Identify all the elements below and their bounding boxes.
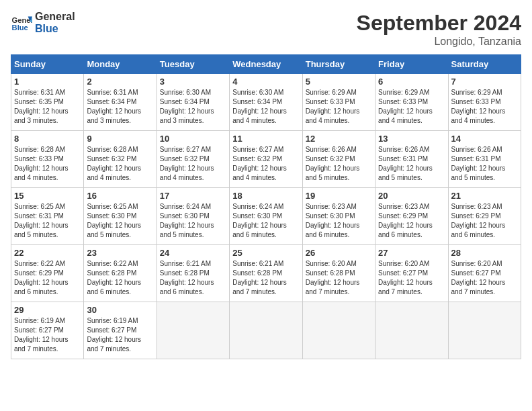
day-number: 20 bbox=[378, 191, 445, 201]
calendar-cell: 20Sunrise: 6:23 AMSunset: 6:29 PMDayligh… bbox=[375, 188, 448, 245]
calendar-cell bbox=[302, 302, 375, 359]
calendar-cell: 8Sunrise: 6:28 AMSunset: 6:33 PMDaylight… bbox=[11, 131, 84, 188]
calendar-cell: 15Sunrise: 6:25 AMSunset: 6:31 PMDayligh… bbox=[11, 188, 84, 245]
day-info: Sunrise: 6:30 AMSunset: 6:34 PMDaylight:… bbox=[160, 88, 226, 126]
header-tuesday: Tuesday bbox=[157, 55, 229, 74]
day-number: 12 bbox=[306, 134, 372, 144]
header-thursday: Thursday bbox=[302, 55, 375, 74]
day-info: Sunrise: 6:26 AMSunset: 6:31 PMDaylight:… bbox=[378, 145, 445, 183]
day-info: Sunrise: 6:29 AMSunset: 6:33 PMDaylight:… bbox=[306, 88, 372, 126]
calendar-cell: 14Sunrise: 6:26 AMSunset: 6:31 PMDayligh… bbox=[448, 131, 521, 188]
calendar-cell: 5Sunrise: 6:29 AMSunset: 6:33 PMDaylight… bbox=[302, 74, 375, 131]
day-number: 9 bbox=[87, 134, 153, 144]
calendar-cell: 1Sunrise: 6:31 AMSunset: 6:35 PMDaylight… bbox=[11, 74, 84, 131]
calendar-cell: 7Sunrise: 6:29 AMSunset: 6:33 PMDaylight… bbox=[448, 74, 521, 131]
day-number: 15 bbox=[14, 191, 81, 201]
day-number: 21 bbox=[451, 191, 518, 201]
day-info: Sunrise: 6:26 AMSunset: 6:31 PMDaylight:… bbox=[451, 145, 518, 183]
day-info: Sunrise: 6:20 AMSunset: 6:28 PMDaylight:… bbox=[306, 259, 372, 297]
logo-icon: General Blue bbox=[11, 12, 32, 34]
day-number: 2 bbox=[87, 77, 153, 87]
day-number: 7 bbox=[451, 77, 518, 87]
day-info: Sunrise: 6:23 AMSunset: 6:29 PMDaylight:… bbox=[451, 202, 518, 240]
calendar-cell: 28Sunrise: 6:20 AMSunset: 6:27 PMDayligh… bbox=[448, 245, 521, 302]
calendar-cell bbox=[230, 302, 302, 359]
calendar-cell: 11Sunrise: 6:27 AMSunset: 6:32 PMDayligh… bbox=[230, 131, 302, 188]
calendar-cell: 10Sunrise: 6:27 AMSunset: 6:32 PMDayligh… bbox=[157, 131, 229, 188]
logo-blue: Blue bbox=[35, 23, 75, 35]
day-number: 11 bbox=[232, 134, 299, 144]
day-info: Sunrise: 6:19 AMSunset: 6:27 PMDaylight:… bbox=[14, 316, 81, 354]
day-number: 22 bbox=[14, 248, 81, 258]
day-number: 1 bbox=[14, 77, 81, 87]
day-number: 10 bbox=[160, 134, 226, 144]
calendar-cell: 16Sunrise: 6:25 AMSunset: 6:30 PMDayligh… bbox=[84, 188, 157, 245]
day-info: Sunrise: 6:29 AMSunset: 6:33 PMDaylight:… bbox=[378, 88, 445, 126]
day-info: Sunrise: 6:20 AMSunset: 6:27 PMDaylight:… bbox=[451, 259, 518, 297]
day-info: Sunrise: 6:26 AMSunset: 6:32 PMDaylight:… bbox=[306, 145, 372, 183]
day-number: 3 bbox=[160, 77, 226, 87]
header-monday: Monday bbox=[84, 55, 157, 74]
calendar-cell: 2Sunrise: 6:31 AMSunset: 6:34 PMDaylight… bbox=[84, 74, 157, 131]
day-info: Sunrise: 6:31 AMSunset: 6:34 PMDaylight:… bbox=[87, 88, 153, 126]
day-info: Sunrise: 6:25 AMSunset: 6:31 PMDaylight:… bbox=[14, 202, 81, 240]
day-info: Sunrise: 6:29 AMSunset: 6:33 PMDaylight:… bbox=[451, 88, 518, 126]
header-friday: Friday bbox=[375, 55, 448, 74]
day-info: Sunrise: 6:19 AMSunset: 6:27 PMDaylight:… bbox=[87, 316, 153, 354]
day-number: 5 bbox=[306, 77, 372, 87]
logo-general: General bbox=[35, 11, 75, 23]
title-area: September 2024 Longido, Tanzania bbox=[357, 11, 521, 48]
calendar-cell: 18Sunrise: 6:24 AMSunset: 6:30 PMDayligh… bbox=[230, 188, 302, 245]
day-number: 28 bbox=[451, 248, 518, 258]
day-number: 27 bbox=[378, 248, 445, 258]
calendar-week-5: 29Sunrise: 6:19 AMSunset: 6:27 PMDayligh… bbox=[11, 302, 521, 359]
logo: General Blue General Blue bbox=[11, 11, 75, 34]
calendar-cell bbox=[157, 302, 229, 359]
day-number: 23 bbox=[87, 248, 153, 258]
day-info: Sunrise: 6:27 AMSunset: 6:32 PMDaylight:… bbox=[232, 145, 299, 183]
calendar-table: SundayMondayTuesdayWednesdayThursdayFrid… bbox=[11, 54, 521, 359]
day-info: Sunrise: 6:22 AMSunset: 6:28 PMDaylight:… bbox=[87, 259, 153, 297]
calendar-cell: 22Sunrise: 6:22 AMSunset: 6:29 PMDayligh… bbox=[11, 245, 84, 302]
day-number: 19 bbox=[306, 191, 372, 201]
calendar-cell: 3Sunrise: 6:30 AMSunset: 6:34 PMDaylight… bbox=[157, 74, 229, 131]
calendar-cell: 27Sunrise: 6:20 AMSunset: 6:27 PMDayligh… bbox=[375, 245, 448, 302]
calendar-cell: 12Sunrise: 6:26 AMSunset: 6:32 PMDayligh… bbox=[302, 131, 375, 188]
header-saturday: Saturday bbox=[448, 55, 521, 74]
day-info: Sunrise: 6:21 AMSunset: 6:28 PMDaylight:… bbox=[160, 259, 226, 297]
page-header: General Blue General Blue September 2024… bbox=[11, 11, 521, 48]
svg-text:Blue: Blue bbox=[12, 24, 28, 32]
calendar-cell: 6Sunrise: 6:29 AMSunset: 6:33 PMDaylight… bbox=[375, 74, 448, 131]
day-number: 29 bbox=[14, 305, 81, 315]
day-info: Sunrise: 6:24 AMSunset: 6:30 PMDaylight:… bbox=[232, 202, 299, 240]
calendar-cell: 17Sunrise: 6:24 AMSunset: 6:30 PMDayligh… bbox=[157, 188, 229, 245]
day-info: Sunrise: 6:20 AMSunset: 6:27 PMDaylight:… bbox=[378, 259, 445, 297]
calendar-cell: 9Sunrise: 6:28 AMSunset: 6:32 PMDaylight… bbox=[84, 131, 157, 188]
day-info: Sunrise: 6:28 AMSunset: 6:33 PMDaylight:… bbox=[14, 145, 81, 183]
day-number: 17 bbox=[160, 191, 226, 201]
day-number: 14 bbox=[451, 134, 518, 144]
calendar-week-4: 22Sunrise: 6:22 AMSunset: 6:29 PMDayligh… bbox=[11, 245, 521, 302]
calendar-cell: 4Sunrise: 6:30 AMSunset: 6:34 PMDaylight… bbox=[230, 74, 302, 131]
day-info: Sunrise: 6:22 AMSunset: 6:29 PMDaylight:… bbox=[14, 259, 81, 297]
header-wednesday: Wednesday bbox=[230, 55, 302, 74]
calendar-cell: 30Sunrise: 6:19 AMSunset: 6:27 PMDayligh… bbox=[84, 302, 157, 359]
day-info: Sunrise: 6:28 AMSunset: 6:32 PMDaylight:… bbox=[87, 145, 153, 183]
calendar-cell bbox=[448, 302, 521, 359]
day-number: 8 bbox=[14, 134, 81, 144]
day-number: 4 bbox=[232, 77, 299, 87]
location: Longido, Tanzania bbox=[357, 36, 521, 48]
calendar-header-row: SundayMondayTuesdayWednesdayThursdayFrid… bbox=[11, 55, 521, 74]
calendar-cell: 29Sunrise: 6:19 AMSunset: 6:27 PMDayligh… bbox=[11, 302, 84, 359]
day-info: Sunrise: 6:24 AMSunset: 6:30 PMDaylight:… bbox=[160, 202, 226, 240]
day-number: 24 bbox=[160, 248, 226, 258]
day-number: 18 bbox=[232, 191, 299, 201]
day-info: Sunrise: 6:23 AMSunset: 6:29 PMDaylight:… bbox=[378, 202, 445, 240]
calendar-cell: 13Sunrise: 6:26 AMSunset: 6:31 PMDayligh… bbox=[375, 131, 448, 188]
calendar-cell: 23Sunrise: 6:22 AMSunset: 6:28 PMDayligh… bbox=[84, 245, 157, 302]
day-info: Sunrise: 6:23 AMSunset: 6:30 PMDaylight:… bbox=[306, 202, 372, 240]
day-info: Sunrise: 6:31 AMSunset: 6:35 PMDaylight:… bbox=[14, 88, 81, 126]
calendar-cell: 26Sunrise: 6:20 AMSunset: 6:28 PMDayligh… bbox=[302, 245, 375, 302]
calendar-cell bbox=[375, 302, 448, 359]
day-info: Sunrise: 6:27 AMSunset: 6:32 PMDaylight:… bbox=[160, 145, 226, 183]
